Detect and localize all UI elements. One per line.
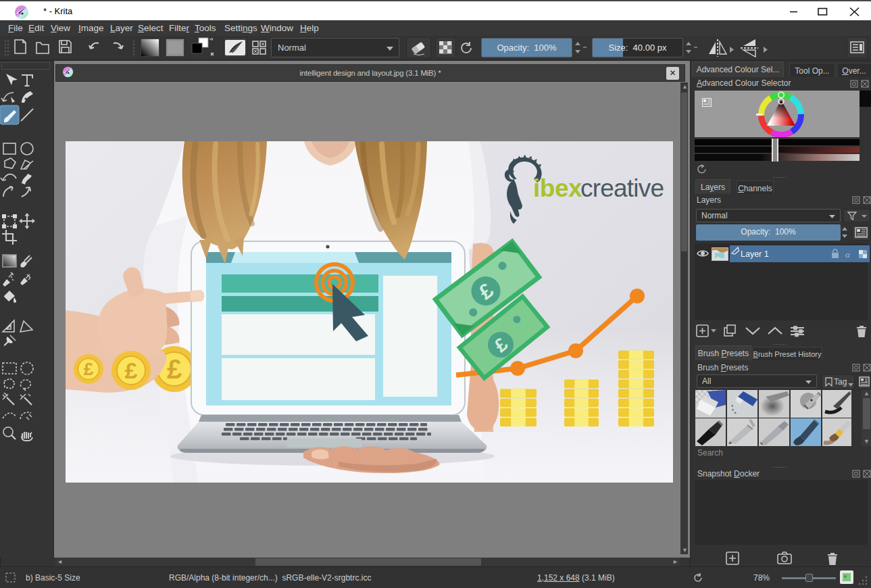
svg-text:£: £ (125, 358, 138, 383)
svg-text:ibex: ibex (533, 174, 582, 202)
svg-text:α: α (845, 249, 851, 260)
svg-text:£: £ (84, 359, 94, 379)
svg-text:£: £ (167, 354, 182, 384)
svg-text:creative: creative (580, 174, 664, 202)
